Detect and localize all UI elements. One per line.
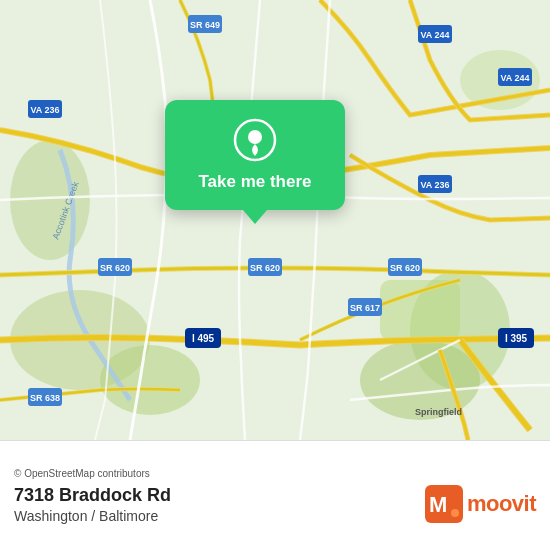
- attribution: © OpenStreetMap contributors: [14, 468, 536, 479]
- svg-text:SR 649: SR 649: [190, 20, 220, 30]
- address-text: 7318 Braddock Rd Washington / Baltimore: [14, 485, 171, 524]
- svg-text:SR 617: SR 617: [350, 303, 380, 313]
- location-pin-icon: [233, 118, 277, 162]
- moovit-logo: M moovit: [425, 485, 536, 523]
- svg-text:VA 236: VA 236: [420, 180, 449, 190]
- popup-tail: [243, 210, 267, 224]
- address-street: 7318 Braddock Rd: [14, 485, 171, 506]
- svg-rect-5: [380, 280, 460, 340]
- svg-text:Springfield: Springfield: [415, 407, 462, 417]
- svg-text:SR 620: SR 620: [250, 263, 280, 273]
- address-city: Washington / Baltimore: [14, 508, 171, 524]
- svg-text:SR 620: SR 620: [390, 263, 420, 273]
- svg-text:VA 236: VA 236: [30, 105, 59, 115]
- attribution-text: © OpenStreetMap contributors: [14, 468, 150, 479]
- svg-point-35: [248, 130, 262, 144]
- moovit-icon: M: [425, 485, 463, 523]
- svg-text:M: M: [429, 492, 447, 517]
- map-container: Accotink Creek: [0, 0, 550, 440]
- svg-text:SR 620: SR 620: [100, 263, 130, 273]
- popup-label: Take me there: [198, 172, 311, 192]
- address-row: 7318 Braddock Rd Washington / Baltimore …: [14, 485, 536, 524]
- svg-text:VA 244: VA 244: [500, 73, 529, 83]
- svg-text:I 395: I 395: [505, 333, 528, 344]
- svg-text:I 495: I 495: [192, 333, 215, 344]
- svg-text:SR 638: SR 638: [30, 393, 60, 403]
- svg-point-38: [451, 509, 459, 517]
- svg-text:VA 244: VA 244: [420, 30, 449, 40]
- bottom-bar: © OpenStreetMap contributors 7318 Braddo…: [0, 440, 550, 550]
- popup-box[interactable]: Take me there: [165, 100, 345, 210]
- moovit-label: moovit: [467, 491, 536, 517]
- popup-container[interactable]: Take me there: [145, 100, 365, 224]
